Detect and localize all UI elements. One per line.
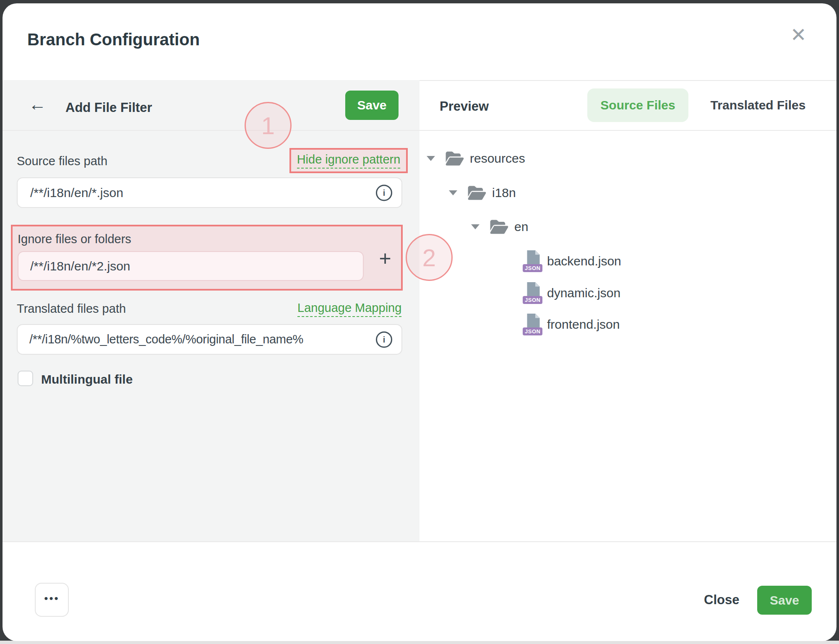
tree-item-label: dynamic.json: [547, 286, 620, 300]
back-arrow-icon[interactable]: ←: [29, 96, 46, 113]
tree-item-label: i18n: [492, 186, 516, 200]
json-badge: JSON: [523, 264, 542, 272]
branch-configuration-dialog: Branch Configuration ✕ ← Add File Filter…: [3, 3, 836, 641]
hide-ignore-pattern-highlight: Hide ignore pattern: [289, 148, 408, 173]
chevron-down-icon[interactable]: [471, 224, 479, 229]
source-files-path-value: /**/i18n/en/*.json: [30, 186, 123, 200]
tree-item-label: resources: [470, 151, 525, 166]
more-options-button[interactable]: •••: [35, 583, 69, 617]
annotation-circle-2: 2: [406, 234, 453, 281]
dialog-title: Branch Configuration: [27, 30, 200, 49]
subheader-divider: [3, 130, 836, 131]
ignore-pattern-value: /**/i18n/en/*2.json: [30, 259, 130, 273]
folder-open-icon: [467, 185, 487, 201]
add-ignore-pattern-button[interactable]: +: [373, 245, 397, 272]
ellipsis-icon: •••: [44, 593, 59, 604]
ignore-pattern-input[interactable]: /**/i18n/en/*2.json: [18, 251, 364, 281]
json-badge: JSON: [523, 327, 542, 335]
chevron-down-icon[interactable]: [449, 190, 457, 195]
tree-item-en[interactable]: en: [471, 218, 528, 236]
folder-open-icon: [490, 219, 509, 235]
screen: Branch Configuration ✕ ← Add File Filter…: [0, 0, 839, 644]
json-badge: JSON: [523, 296, 542, 304]
tab-source-files[interactable]: Source Files: [587, 88, 688, 122]
tree-item-frontend-json[interactable]: JSON frontend.json: [523, 314, 620, 335]
annotation-circle-1: 1: [245, 102, 292, 149]
translated-files-path-value: /**/i18n/%two_letters_code%/%original_fi…: [29, 332, 303, 346]
close-button[interactable]: Close: [704, 592, 739, 608]
preview-title: Preview: [440, 99, 489, 114]
tree-item-dynamic-json[interactable]: JSON dynamic.json: [523, 282, 620, 304]
annotation-number: 1: [261, 112, 275, 140]
folder-open-icon: [445, 151, 464, 166]
chevron-down-icon[interactable]: [427, 156, 435, 161]
tree-item-label: en: [514, 220, 528, 234]
translated-files-path-input[interactable]: /**/i18n/%two_letters_code%/%original_fi…: [17, 324, 402, 355]
tree-item-i18n[interactable]: i18n: [449, 184, 516, 202]
tree-item-label: backend.json: [547, 254, 621, 268]
filter-save-button[interactable]: Save: [345, 91, 399, 120]
tree-item-label: frontend.json: [547, 317, 620, 332]
close-icon[interactable]: ✕: [790, 25, 807, 44]
dialog-save-button[interactable]: Save: [757, 586, 812, 615]
hide-ignore-pattern-link[interactable]: Hide ignore pattern: [297, 153, 401, 169]
multilingual-file-checkbox[interactable]: [18, 371, 33, 386]
language-mapping-link[interactable]: Language Mapping: [297, 301, 401, 317]
tree-item-resources[interactable]: resources: [427, 149, 525, 168]
ignore-pattern-highlight: Ignore files or folders /**/i18n/en/*2.j…: [11, 225, 403, 291]
source-files-path-label: Source files path: [17, 154, 107, 168]
json-file-icon: JSON: [523, 282, 543, 304]
tree-item-backend-json[interactable]: JSON backend.json: [523, 250, 621, 272]
info-icon[interactable]: i: [376, 331, 392, 348]
add-file-filter-heading: Add File Filter: [65, 100, 152, 115]
json-file-icon: JSON: [523, 314, 543, 335]
tab-translated-files[interactable]: Translated Files: [696, 88, 820, 122]
translated-files-path-label: Translated files path: [17, 302, 126, 316]
footer-divider: [3, 541, 836, 542]
source-files-path-input[interactable]: /**/i18n/en/*.json i: [17, 177, 402, 208]
json-file-icon: JSON: [523, 250, 543, 272]
ignore-files-label: Ignore files or folders: [18, 232, 131, 246]
page-background-strip: [0, 641, 839, 644]
multilingual-file-label: Multilingual file: [41, 372, 133, 387]
annotation-number: 2: [422, 244, 436, 272]
info-icon[interactable]: i: [376, 184, 392, 201]
